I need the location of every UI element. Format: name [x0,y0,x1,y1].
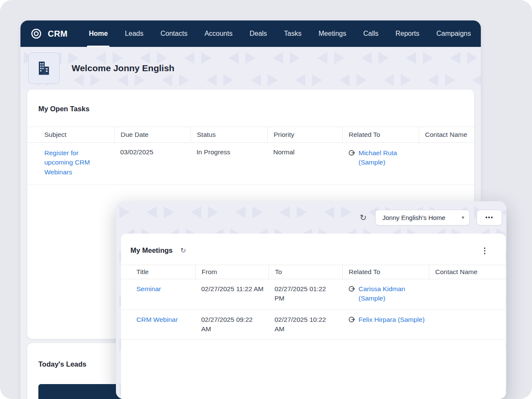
refresh-icon[interactable]: ↻ [358,212,368,223]
table-row: Seminar 02/27/2025 11:22 AM 02/27/2025 0… [121,279,506,310]
dashboard-toolbar: ↻ Jonny English's Home ▾ ••• [116,201,506,234]
meeting-contact-name-cell [429,279,506,309]
chevron-down-icon: ▾ [462,214,464,220]
nav-item-contacts[interactable]: Contacts [152,20,196,47]
home-view-selector[interactable]: Jonny English's Home ▾ [375,210,470,226]
meeting-title-link[interactable]: CRM Webinar [136,316,178,323]
column-header-from: From [195,265,269,279]
open-tasks-header-row: Subject Due Date Status Priority Related… [27,127,474,143]
building-icon [35,59,53,78]
crm-brand[interactable]: CRM [30,27,67,40]
meeting-title-cell: CRM Webinar [121,310,195,339]
my-meetings-card: My Meetings ↻ ⋮ Title From To Related To… [121,234,506,399]
meetings-header-row: Title From To Related To Contact Name [121,265,506,279]
record-link-icon [348,316,356,323]
record-link-icon [348,149,356,156]
meeting-related-to-link[interactable]: Carissa Kidman (Sample) [359,284,422,304]
welcome-title: Welcome Jonny English [72,63,174,73]
column-header-related-to: Related To [342,265,429,279]
meeting-related-to-link[interactable]: Felix Hirpara (Sample) [359,315,425,324]
task-contact-name-cell [419,143,474,185]
meeting-from-cell: 02/27/2025 11:22 AM [195,279,269,309]
record-link-icon [348,285,356,292]
meeting-title-cell: Seminar [121,279,195,309]
task-related-to-cell: Michael Ruta (Sample) [342,143,419,185]
table-row: CRM Webinar 02/27/2025 09:22 AM 02/27/20… [121,310,506,340]
column-header-contact-name: Contact Name [429,265,506,279]
open-tasks-title: My Open Tasks [27,90,474,113]
meeting-related-to-cell: Felix Hirpara (Sample) [342,310,429,339]
column-header-related-to: Related To [342,127,419,142]
brand-name: CRM [48,29,67,39]
task-related-to-link[interactable]: Michael Ruta (Sample) [359,148,409,168]
welcome-banner: Welcome Jonny English [20,47,481,90]
nav-item-calls[interactable]: Calls [355,20,387,47]
nav-item-tasks[interactable]: Tasks [275,20,310,47]
kebab-menu-icon[interactable]: ⋮ [478,246,491,256]
meetings-title: My Meetings [130,246,173,254]
nav-item-reports[interactable]: Reports [387,20,428,47]
column-header-contact-name: Contact Name [419,127,474,142]
ellipsis-icon: ••• [485,214,493,221]
zoho-crm-logo-icon [30,27,43,40]
meeting-from-value: 02/27/2025 11:22 AM [201,285,263,292]
nav-item-deals[interactable]: Deals [241,20,275,47]
desktop-background: CRM Home Leads Contacts Accounts Deals T… [0,0,532,399]
meeting-from-value: 02/27/2025 09:22 AM [201,315,253,333]
meeting-from-cell: 02/27/2025 09:22 AM [195,310,269,339]
nav-item-meetings[interactable]: Meetings [310,20,355,47]
task-subject-cell: Register for upcoming CRM Webinars [27,143,114,185]
nav-item-campaigns[interactable]: Campaigns [428,20,480,47]
column-header-title: Title [121,265,195,279]
meeting-title-link[interactable]: Seminar [136,285,161,292]
primary-nav: Home Leads Contacts Accounts Deals Tasks… [80,20,481,47]
more-options-button[interactable]: ••• [477,210,502,226]
nav-item-accounts[interactable]: Accounts [196,20,241,47]
column-header-subject: Subject [27,127,114,142]
task-priority-cell: Normal [267,143,342,185]
home-dashboard-panel: ↻ Jonny English's Home ▾ ••• My Meetings… [116,201,506,399]
home-view-selector-label: Jonny English's Home [382,214,445,221]
top-navbar: CRM Home Leads Contacts Accounts Deals T… [20,20,481,47]
column-header-due-date: Due Date [114,127,191,142]
task-status-cell: In Progress [191,143,267,185]
task-subject-link[interactable]: Register for upcoming CRM Webinars [44,148,104,177]
refresh-icon[interactable]: ↻ [178,247,188,254]
meetings-card-header: My Meetings ↻ [121,234,506,254]
meeting-to-cell: 02/27/2025 01:22 PM [269,279,342,309]
meeting-to-value: 02/27/2025 01:22 PM [275,284,327,303]
meeting-to-value: 02/27/2025 10:22 AM [275,315,327,333]
meeting-to-cell: 02/27/2025 10:22 AM [269,310,342,339]
table-row: Register for upcoming CRM Webinars 03/02… [27,143,474,185]
column-header-to: To [269,265,342,279]
nav-item-home[interactable]: Home [80,20,116,47]
nav-item-leads[interactable]: Leads [116,20,152,47]
column-header-priority: Priority [267,127,342,142]
meeting-contact-name-cell [429,310,506,339]
column-header-status: Status [191,127,267,142]
organization-icon [28,52,60,84]
meeting-related-to-cell: Carissa Kidman (Sample) [342,279,429,309]
task-due-date-cell: 03/02/2025 [114,143,191,185]
